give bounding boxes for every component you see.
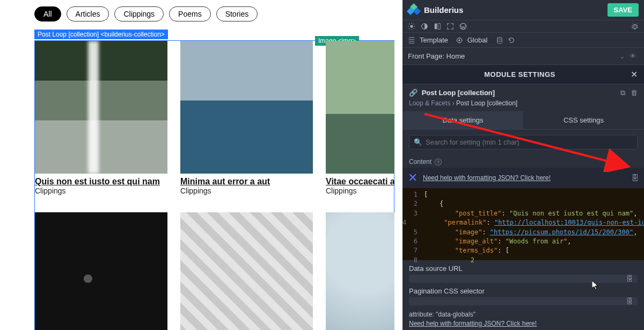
save-button[interactable]: SAVE	[608, 3, 639, 17]
tab-css-settings[interactable]: CSS settings	[523, 111, 644, 130]
data-source-url-input[interactable]: 🗄	[409, 275, 638, 283]
page-dropdown-toggle[interactable]: ⌄	[617, 52, 627, 60]
bug-icon[interactable]	[631, 23, 639, 30]
dismiss-help-icon[interactable]: ✕	[408, 171, 418, 185]
builder-sidebar: Builderius SAVE Template Global Front Pa…	[402, 0, 644, 330]
wordpress-icon[interactable]	[459, 23, 467, 30]
breadcrumb-current: Post Loop [collection]	[456, 99, 517, 107]
category-filters: All Articles Clippings Poems Stories	[34, 6, 394, 21]
post-card	[180, 212, 313, 330]
scope-row: Template Global	[402, 33, 644, 48]
post-card	[326, 212, 394, 330]
filter-clippings[interactable]: Clippings	[114, 6, 164, 21]
post-card: Vitae occaecati a placeat Clippings	[326, 41, 394, 195]
svg-rect-2	[435, 24, 437, 30]
builderius-logo-icon	[408, 4, 420, 16]
data-source-db-icon[interactable]: 🗄	[626, 275, 633, 283]
filter-all[interactable]: All	[34, 6, 61, 21]
post-title[interactable]: Vitae occaecati a placeat	[326, 177, 394, 186]
template-label[interactable]: Template	[420, 36, 448, 44]
breadcrumb-parent[interactable]: Loop & Facets	[409, 99, 450, 107]
post-card: Minima aut error a aut Clippings	[180, 41, 313, 195]
content-json-editor[interactable]: 1[ 2 { 3 "post_title": "Quis non est ius…	[402, 188, 644, 260]
content-data-source-icon[interactable]: 🗄	[631, 174, 639, 182]
post-thumbnail[interactable]	[180, 212, 313, 330]
post-category: Clippings	[180, 186, 313, 195]
json-help-bar: ✕ Need help with formatting JSON? Click …	[402, 168, 644, 188]
post-category: Clippings	[326, 186, 394, 195]
filter-stories[interactable]: Stories	[216, 6, 258, 21]
module-settings-header: MODULE SETTINGS ✕	[402, 65, 644, 84]
post-loop-collection[interactable]: Quis non est iusto est qui nam Clippings…	[34, 40, 394, 330]
search-icon: 🔍	[414, 138, 422, 146]
global-icon	[456, 37, 463, 44]
top-toolbar	[402, 20, 644, 33]
pagination-selector-label: Pagination CSS selector	[402, 283, 644, 297]
pagination-selector-input[interactable]: 🗄	[409, 297, 638, 305]
svg-rect-3	[438, 24, 440, 30]
tab-data-settings[interactable]: Data settings	[402, 111, 523, 130]
contrast-icon[interactable]	[421, 23, 428, 30]
global-label[interactable]: Global	[467, 36, 488, 44]
svg-point-8	[497, 37, 502, 39]
module-settings-title: MODULE SETTINGS	[409, 70, 631, 78]
post-thumbnail[interactable]	[180, 41, 313, 174]
template-icon	[408, 37, 415, 44]
filter-poems[interactable]: Poems	[169, 6, 211, 21]
history-icon[interactable]	[508, 37, 515, 44]
brightness-icon[interactable]	[408, 23, 415, 30]
attribute-label: attribute: "data-globals"	[402, 305, 644, 319]
database-icon[interactable]	[496, 37, 503, 44]
post-title[interactable]: Quis non est iusto est qui nam	[35, 177, 167, 186]
data-source-url-label: Data source URL	[402, 260, 644, 275]
settings-tabs: Data settings CSS settings	[402, 111, 644, 130]
post-title[interactable]: Minima aut error a aut	[180, 177, 313, 186]
module-name-row: 🔗 Post Loop [collection] ⧉ 🗑	[402, 84, 644, 98]
pagination-db-icon[interactable]: 🗄	[626, 297, 633, 305]
post-thumbnail[interactable]	[35, 41, 167, 174]
fullscreen-icon[interactable]	[447, 23, 454, 30]
json-help-link[interactable]: Need help with formatting JSON? Click he…	[423, 174, 631, 182]
module-breadcrumb: Loop & Facets › Post Loop [collection]	[402, 98, 644, 111]
settings-search-row: 🔍	[402, 130, 644, 155]
post-thumbnail[interactable]	[326, 41, 394, 174]
brand-name: Builderius	[424, 5, 608, 15]
json-help-link-bottom[interactable]: Need help with formatting JSON? Click he…	[409, 320, 537, 327]
preview-canvas: All Articles Clippings Poems Stories Pos…	[0, 0, 394, 330]
preview-visibility-toggle[interactable]: 👁	[627, 52, 639, 60]
module-name: Post Loop [collection]	[422, 89, 495, 97]
post-thumbnail[interactable]	[35, 212, 167, 330]
svg-point-0	[410, 25, 413, 27]
sidebar-header: Builderius SAVE	[402, 0, 644, 20]
settings-search[interactable]: 🔍	[409, 135, 638, 149]
mouse-cursor	[592, 281, 599, 290]
svg-point-7	[458, 39, 460, 41]
inspect-icon[interactable]	[434, 23, 441, 30]
content-section-label: Content ?	[402, 155, 644, 168]
page-selector-row: Front Page: Home ⌄ 👁	[402, 48, 644, 65]
content-help-icon[interactable]: ?	[435, 159, 442, 166]
filter-articles[interactable]: Articles	[67, 6, 109, 21]
post-category: Clippings	[35, 186, 167, 195]
post-card	[35, 212, 167, 330]
close-module-settings[interactable]: ✕	[631, 69, 638, 80]
post-thumbnail[interactable]	[326, 212, 394, 330]
link-icon: 🔗	[409, 89, 418, 97]
delete-module-icon[interactable]: 🗑	[631, 89, 638, 97]
current-page-label: Front Page: Home	[408, 52, 617, 60]
copy-module-icon[interactable]: ⧉	[620, 89, 625, 97]
post-card: Quis non est iusto est qui nam Clippings	[35, 41, 167, 195]
settings-search-input[interactable]	[426, 138, 633, 146]
element-tag-collection[interactable]: Post Loop [collection] <builderius-colle…	[34, 30, 168, 39]
